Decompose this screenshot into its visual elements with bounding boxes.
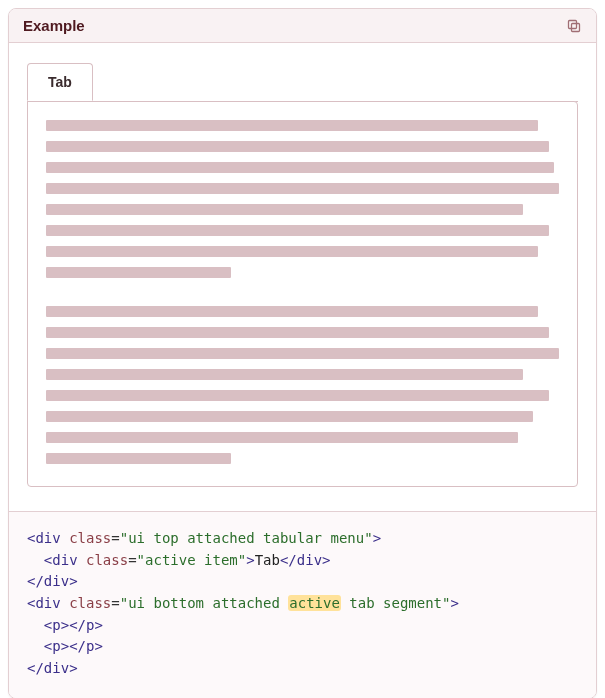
placeholder-paragraph (46, 306, 559, 464)
placeholder-line (46, 141, 549, 152)
copy-icon[interactable] (566, 18, 582, 34)
placeholder-line (46, 348, 559, 359)
preview-area: Tab (9, 43, 596, 511)
placeholder-line (46, 204, 523, 215)
placeholder-line (46, 327, 549, 338)
card-title: Example (23, 17, 85, 34)
placeholder-line (46, 453, 231, 464)
placeholder-line (46, 267, 231, 278)
card-header: Example (9, 9, 596, 43)
svg-rect-0 (572, 23, 580, 31)
placeholder-line (46, 390, 549, 401)
placeholder-line (46, 369, 523, 380)
placeholder-line (46, 225, 549, 236)
placeholder-line (46, 246, 538, 257)
tab-item[interactable]: Tab (27, 63, 93, 101)
placeholder-paragraph (46, 120, 559, 278)
svg-rect-1 (569, 20, 577, 28)
placeholder-line (46, 411, 533, 422)
placeholder-line (46, 162, 554, 173)
placeholder-line (46, 432, 518, 443)
placeholder-line (46, 183, 559, 194)
tab-segment (27, 101, 578, 487)
tab-label: Tab (48, 74, 72, 90)
code-block: <div class="ui top attached tabular menu… (9, 511, 596, 698)
placeholder-line (46, 306, 538, 317)
example-card: Example Tab <div class="ui top attached … (8, 8, 597, 698)
placeholder-line (46, 120, 538, 131)
tab-menu: Tab (27, 63, 578, 102)
